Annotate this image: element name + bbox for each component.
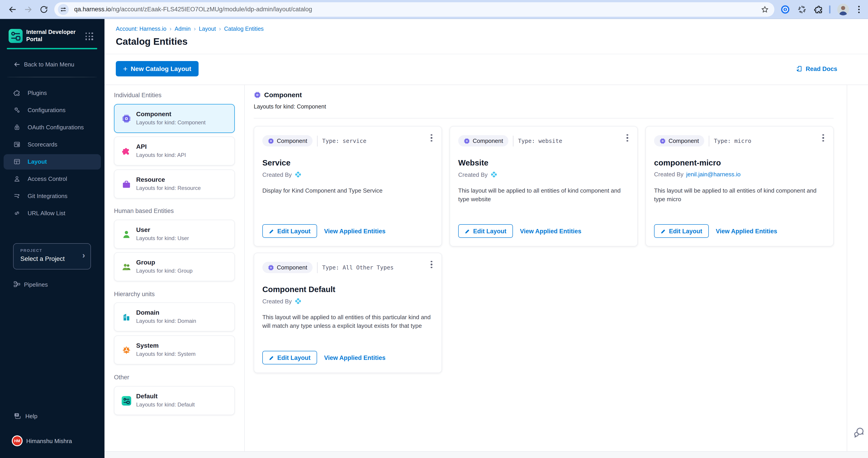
address-bar[interactable]: qa.harness.io/ng/account/zEaak-FLS425IEO…	[54, 2, 774, 17]
view-applied-entities-link[interactable]: View Applied Entities	[324, 354, 385, 361]
lock-icon	[13, 124, 21, 131]
harness-creator-icon	[294, 297, 302, 305]
sidebar-divider	[7, 77, 97, 77]
creator-email-link[interactable]: jenil.jain@harness.io	[686, 171, 740, 178]
content-right-border	[847, 85, 847, 451]
breadcrumb-account[interactable]: Account: Harness.io	[116, 26, 166, 32]
system-gear-icon	[122, 346, 131, 355]
card-description: This layout will be applied to all entit…	[458, 186, 627, 203]
read-docs-link[interactable]: Read Docs	[796, 65, 837, 72]
breadcrumb-layout[interactable]: Layout	[199, 26, 216, 32]
extensions-puzzle-icon[interactable]	[814, 4, 824, 14]
scorecard-icon	[13, 141, 21, 148]
view-applied-entities-link[interactable]: View Applied Entities	[520, 228, 582, 234]
forward-icon[interactable]	[24, 5, 33, 14]
card-menu-kebab-icon[interactable]	[428, 133, 435, 143]
group-label-individual-entities: Individual Entities	[114, 92, 161, 99]
module-grid-icon[interactable]	[86, 33, 93, 40]
back-icon[interactable]	[8, 5, 17, 14]
breadcrumb-catalog-entities[interactable]: Catalog Entities	[224, 26, 264, 32]
view-applied-entities-link[interactable]: View Applied Entities	[716, 228, 777, 234]
sidebar-item-oauth-configurations[interactable]: OAuth Configurations	[4, 120, 101, 135]
sidebar-item-git-integrations[interactable]: Git Integrations	[4, 189, 101, 204]
view-applied-entities-link[interactable]: View Applied Entities	[324, 228, 385, 234]
entity-item-resource[interactable]: Resource Layouts for kind: Resource	[114, 169, 235, 198]
toolbar-separator	[829, 5, 831, 13]
card-description: Display for Kind Component and Type Serv…	[262, 186, 432, 195]
pencil-icon	[269, 228, 275, 234]
entity-item-user[interactable]: User Layouts for kind: User	[114, 220, 235, 249]
chat-support-icon[interactable]	[852, 426, 865, 438]
user-icon	[122, 230, 131, 239]
sidebar-item-help[interactable]: Help	[0, 411, 104, 422]
new-catalog-layout-button[interactable]: + New Catalog Layout	[116, 61, 198, 76]
sidebar-item-access-control[interactable]: Access Control	[4, 171, 101, 187]
password-manager-extension-icon[interactable]	[780, 4, 790, 14]
url-text[interactable]: qa.harness.io/ng/account/zEaak-FLS425IEO…	[74, 6, 312, 13]
kind-badge: Component	[654, 135, 704, 146]
kind-badge: Component	[262, 135, 313, 146]
domain-building-icon	[122, 313, 131, 322]
sidebar-item-plugins[interactable]: Plugins	[4, 86, 101, 101]
type-label: Type: micro	[714, 137, 751, 144]
breadcrumb: Account: Harness.io›Admin›Layout›Catalog…	[116, 26, 264, 32]
back-to-main-menu[interactable]: Back to Main Menu	[0, 60, 104, 70]
entity-item-default[interactable]: Default Layouts for kind: Default	[114, 386, 235, 415]
edit-layout-button[interactable]: Edit Layout	[262, 351, 317, 364]
bookmark-star-icon[interactable]	[761, 5, 769, 13]
pencil-icon	[465, 228, 470, 234]
help-chat-icon	[13, 412, 21, 420]
card-title: Website	[458, 158, 489, 168]
layout-icon	[13, 158, 21, 165]
entity-item-group[interactable]: Group Layouts for kind: Group	[114, 252, 235, 281]
app-window: Internal Developer Portal Back to Main M…	[0, 19, 868, 458]
created-by: Created By	[262, 171, 302, 178]
entity-item-api[interactable]: API Layouts for kind: API	[114, 136, 235, 165]
header-divider	[104, 54, 868, 54]
user-avatar: HM	[12, 435, 23, 446]
api-puzzle-icon	[122, 146, 131, 156]
entity-item-domain[interactable]: Domain Layouts for kind: Domain	[114, 302, 235, 331]
pencil-icon	[269, 355, 275, 361]
site-settings-icon[interactable]	[58, 4, 69, 15]
page-footer-strip	[104, 451, 868, 458]
component-chip-icon	[268, 138, 274, 144]
loading-extension-icon[interactable]	[797, 4, 807, 14]
person-icon	[13, 175, 21, 183]
created-by: Created By jenil.jain@harness.io	[654, 171, 740, 178]
browser-profile-avatar[interactable]	[837, 4, 849, 15]
edit-layout-button[interactable]: Edit Layout	[458, 224, 513, 238]
content-body: Individual Entities Component Layouts fo…	[104, 85, 868, 451]
sidebar-item-url-allow-list[interactable]: URL Allow List	[4, 206, 101, 221]
resource-briefcase-icon	[122, 179, 131, 189]
layout-card-service: Component Type: service Service Created …	[254, 126, 442, 247]
project-selector[interactable]: PROJECT Select a Project ›	[13, 243, 91, 269]
entity-item-component[interactable]: Component Layouts for kind: Component	[114, 104, 235, 133]
card-menu-kebab-icon[interactable]	[819, 133, 827, 143]
browser-menu-kebab-icon[interactable]	[854, 4, 864, 14]
gears-icon	[13, 106, 21, 114]
harness-creator-icon	[490, 171, 498, 178]
edit-layout-button[interactable]: Edit Layout	[262, 224, 317, 238]
kind-divider	[254, 118, 834, 119]
sidebar-item-scorecards[interactable]: Scorecards	[4, 137, 101, 152]
sidebar-item-pipelines[interactable]: Pipelines	[0, 279, 104, 291]
sidebar-item-layout[interactable]: Layout	[4, 154, 101, 169]
kind-badge: Component	[458, 135, 508, 146]
reload-icon[interactable]	[39, 5, 49, 14]
edit-layout-button[interactable]: Edit Layout	[654, 224, 709, 238]
card-description: This layout will be applied to all entit…	[262, 313, 432, 330]
browser-toolbar: qa.harness.io/ng/account/zEaak-FLS425IEO…	[0, 0, 868, 19]
card-menu-kebab-icon[interactable]	[624, 133, 631, 143]
card-menu-kebab-icon[interactable]	[428, 260, 435, 269]
breadcrumb-admin[interactable]: Admin	[175, 26, 191, 32]
default-logo-icon	[122, 396, 131, 405]
sidebar-item-configurations[interactable]: Configurations	[4, 103, 101, 118]
card-description: This layout will be applied to all entit…	[654, 186, 823, 203]
kind-header: Component	[254, 91, 302, 99]
entity-item-system[interactable]: System Layouts for kind: System	[114, 335, 235, 364]
plus-icon: +	[123, 65, 128, 72]
sidebar-user[interactable]: HM Himanshu Mishra	[0, 435, 104, 448]
panel-divider	[244, 85, 245, 451]
layout-card-website: Component Type: website Website Created …	[450, 126, 638, 247]
